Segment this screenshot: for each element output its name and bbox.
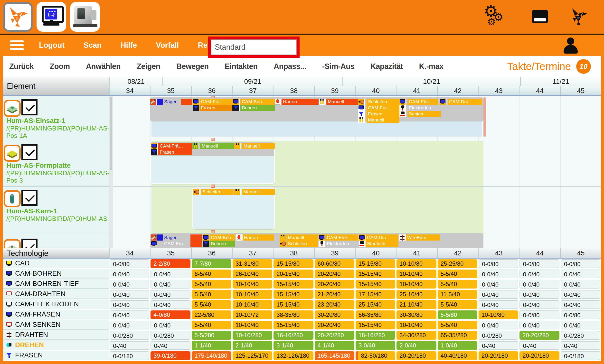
tech-cell-week39[interactable]: 4-1/40 — [315, 341, 354, 350]
toolbar-button-3[interactable]: Zeigen — [137, 62, 160, 71]
tech-row-label-drahten[interactable]: DRAHTEN — [3, 330, 109, 340]
tech-cell-week43[interactable]: 20-20/180 — [478, 351, 518, 360]
tech-cell-week42[interactable]: 1-0/40 — [438, 341, 477, 350]
bar-icon-cell[interactable] — [399, 111, 406, 117]
bar-icon-cell[interactable] — [399, 235, 406, 240]
bar-icon-cell[interactable] — [232, 99, 240, 105]
tech-cell-week36[interactable]: 7-7/80 — [192, 259, 231, 268]
gantt-bar-segment[interactable] — [243, 240, 280, 247]
tech-cell-week41[interactable]: 21-10/40 — [396, 300, 436, 309]
app-icon-machine[interactable] — [70, 2, 100, 32]
bar-icon-cell[interactable] — [280, 240, 286, 247]
toolbar-button-6[interactable]: Anpass... — [274, 62, 306, 71]
gantt-bar-sgen[interactable]: Sägen — [163, 99, 181, 105]
gantt-bar-bohren[interactable]: Bohren — [240, 105, 275, 111]
gantt-bar-sgen[interactable]: Sägen — [163, 235, 190, 240]
gantt-bar-camfr[interactable]: CAM-Frä… — [200, 99, 232, 105]
tech-cell-week40[interactable]: 18-16/280 — [356, 331, 395, 340]
bar-icon-cell[interactable] — [280, 235, 286, 240]
tech-cell-week41[interactable]: 2-0/40 — [396, 341, 436, 350]
gantt-bar-manuell[interactable]: Manuell — [242, 143, 275, 149]
tech-cell-week34[interactable]: 0-0/180 — [110, 351, 149, 360]
tech-cell-week39[interactable]: 20-20/280 — [315, 331, 354, 340]
hamburger-menu-icon[interactable] — [10, 40, 24, 50]
tech-cell-week35[interactable]: 4-0/80 — [151, 310, 190, 319]
hummingbird-black-icon[interactable] — [569, 7, 588, 26]
tech-cell-week44[interactable]: 0-0/40 — [519, 300, 559, 309]
tech-cell-week34[interactable]: 0-0/40 — [110, 280, 149, 289]
tech-cell-week40[interactable]: 17-15/40 — [356, 290, 395, 299]
tech-cell-week39[interactable]: 20-20/40 — [315, 280, 354, 289]
gantt-bar-frsen[interactable]: Fräsen — [366, 111, 399, 117]
bar-icon-cell[interactable] — [151, 235, 157, 240]
gantt-bar-camelek[interactable]: CAM-Elek… — [407, 99, 438, 105]
tech-cell-week45[interactable]: 0-0/280 — [561, 331, 600, 340]
gantt-bar-segment[interactable] — [190, 235, 202, 247]
tech-cell-week43[interactable]: 0-0/80 — [478, 259, 518, 268]
toolbar-button-7[interactable]: -Sim-Aus — [322, 62, 354, 71]
app-icon-code-monitor[interactable]: ●●● {...} — [37, 2, 66, 32]
tech-cell-week38[interactable]: 3-1/40 — [274, 341, 313, 350]
vertical-scrollbar[interactable] — [109, 96, 113, 248]
tech-cell-week40[interactable]: 15-15/40 — [356, 270, 395, 278]
tech-cell-week43[interactable]: 10-10/80 — [478, 310, 518, 319]
tech-cell-week44[interactable]: 0-0/40 — [519, 280, 559, 289]
tech-cell-week34[interactable]: 0-0/40 — [110, 321, 149, 329]
tech-cell-week35[interactable]: 0-0/40 — [151, 300, 190, 309]
profile-input[interactable] — [211, 39, 297, 55]
bar-icon-cell[interactable] — [319, 235, 325, 240]
tech-cell-week35[interactable]: 0-0/280 — [151, 331, 190, 340]
tech-cell-week41[interactable]: 30-30/80 — [396, 310, 436, 319]
tech-cell-week44[interactable]: 0-0/40 — [519, 321, 559, 329]
tech-cell-week41[interactable]: 10-10/40 — [396, 280, 436, 289]
tech-row-label-cam-fräsen[interactable]: CAM-FRÄSEN — [3, 310, 109, 319]
tech-cell-week34[interactable]: 0-/40 — [110, 341, 149, 350]
tech-row-label-fräsen[interactable]: FRÄSEN — [3, 351, 109, 360]
tech-cell-week36[interactable]: 5-5/40 — [192, 290, 231, 299]
tech-cell-week41[interactable]: 25-10/40 — [396, 290, 436, 299]
tech-cell-week42[interactable]: 11-5/40 — [438, 290, 477, 299]
tech-cell-week35[interactable]: 2-2/80 — [151, 259, 190, 268]
takte-termine-label[interactable]: Takte/Termine — [507, 56, 571, 77]
toolbar-button-9[interactable]: K.-max — [419, 62, 443, 71]
tech-cell-week45[interactable]: 0-0/80 — [561, 310, 600, 319]
tech-cell-week43[interactable]: 0-0/40 — [478, 280, 518, 289]
tech-cell-week37[interactable]: 10-10/280 — [233, 331, 272, 340]
element-row[interactable]: Hum-AS-Formplatte/(PR)HUMMINGBIRD/(PO)HU… — [3, 141, 109, 186]
tech-cell-week37[interactable]: 10-10/72 — [233, 310, 272, 319]
tech-cell-week38[interactable]: 132-126/180 — [274, 351, 313, 360]
tech-cell-week36[interactable]: 5-5/40 — [192, 280, 231, 289]
tech-cell-week34[interactable]: 0-0/40 — [110, 270, 149, 278]
tech-cell-week42[interactable]: 5-5/40 — [438, 300, 477, 309]
bar-icon-cell[interactable] — [236, 235, 243, 240]
tech-row-label-drehen[interactable]: DREHEN — [3, 340, 109, 350]
bar-icon-cell[interactable] — [359, 235, 365, 240]
tech-cell-week41[interactable]: 10-10/40 — [396, 270, 436, 278]
bar-icon-cell[interactable] — [193, 99, 200, 105]
element-row[interactable] — [3, 232, 109, 248]
user-avatar-icon[interactable] — [562, 38, 580, 54]
gantt-bar-manuell[interactable]: Manuell — [242, 189, 275, 195]
bar-icon-cell[interactable] — [193, 189, 200, 195]
bar-icon-cell[interactable] — [232, 105, 240, 111]
tech-cell-week40[interactable]: 15-15/40 — [356, 321, 395, 329]
tech-cell-week45[interactable]: 0-0/40 — [561, 280, 600, 289]
tech-cell-week40[interactable]: 82-50/180 — [356, 351, 395, 360]
tech-cell-week38[interactable]: 15-15/40 — [274, 321, 313, 329]
tech-cell-week41[interactable]: 34-30/280 — [396, 331, 436, 340]
toolbar-button-4[interactable]: Bewegen — [176, 62, 209, 71]
tech-row-label-cam-elektroden[interactable]: CAM-ELEKTRODEN — [3, 300, 109, 309]
bar-icon-cell[interactable] — [151, 143, 158, 149]
tech-cell-week35[interactable]: 0-/40 — [151, 341, 190, 350]
bar-icon-cell[interactable] — [203, 240, 209, 247]
tech-cell-week37[interactable]: 2-1/40 — [233, 341, 272, 350]
gantt-bar-camboh[interactable]: CAM-Boh… — [209, 235, 235, 240]
bar-icon-cell[interactable] — [203, 235, 209, 240]
tech-cell-week36[interactable]: 175-140/180 — [192, 351, 231, 360]
gantt-bar-camdra[interactable]: CAM-Dra… — [448, 99, 482, 105]
tech-cell-week45[interactable]: 0-/40 — [561, 341, 600, 350]
gantt-bar-manuell[interactable]: Manuell — [326, 99, 358, 105]
tech-cell-week34[interactable]: 0-0/80 — [110, 259, 149, 268]
menu-item-scan[interactable]: Scan — [84, 41, 101, 50]
tech-row-label-cad[interactable]: CAD — [3, 259, 109, 268]
